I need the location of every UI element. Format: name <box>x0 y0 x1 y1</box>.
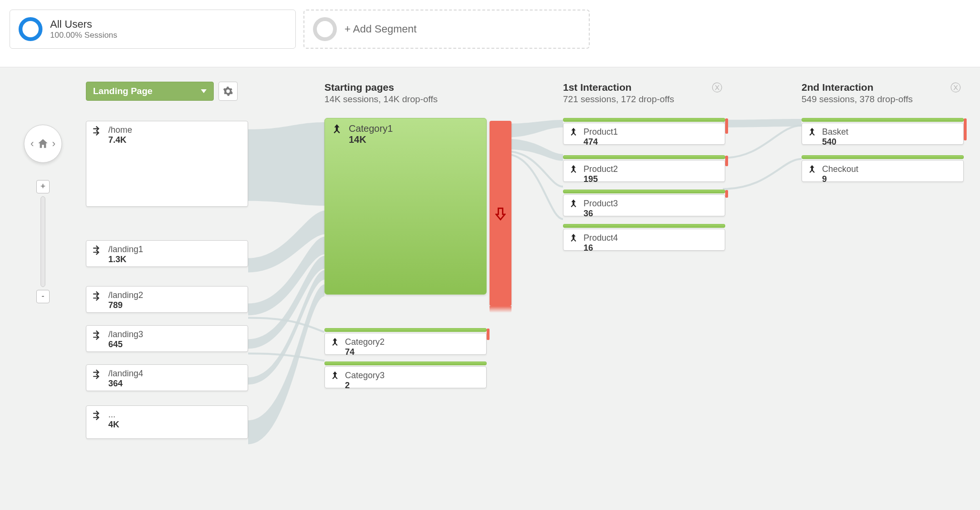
node-value: 16 <box>584 243 618 253</box>
segment-sub: 100.00% Sessions <box>50 31 117 40</box>
col-second: 2nd Interaction 549 sessions, 378 drop-o… <box>802 82 964 182</box>
col-header: Starting pages 14K sessions, 14K drop-of… <box>324 82 487 105</box>
node-name: Category3 <box>345 371 385 381</box>
entry-icon <box>91 125 104 138</box>
node-name: Category2 <box>345 337 385 347</box>
segment-bar: All Users 100.00% Sessions + Add Segment <box>0 0 980 58</box>
home-icon[interactable] <box>37 138 49 150</box>
zoom-track[interactable] <box>41 196 45 287</box>
segment-all-users[interactable]: All Users 100.00% Sessions <box>10 10 296 49</box>
entry-icon <box>91 244 104 257</box>
entry-icon <box>91 410 104 422</box>
node-name: Category1 <box>349 123 393 134</box>
segment-add[interactable]: + Add Segment <box>303 10 590 49</box>
nav-prev-icon[interactable]: ‹ <box>31 138 34 150</box>
second-node[interactable]: Basket 540 <box>802 118 964 145</box>
node-value: 7.4K <box>108 135 132 145</box>
node-value: 789 <box>108 300 143 310</box>
col-header: 2nd Interaction 549 sessions, 378 drop-o… <box>802 82 964 105</box>
merge-icon <box>568 233 579 244</box>
starting-node[interactable]: Category3 2 <box>324 361 487 388</box>
flow-canvas: ‹ › + - Landing Page /home <box>0 67 980 510</box>
dropoff-tab <box>487 329 490 340</box>
dropoff-arrow-icon <box>495 206 506 221</box>
dropoff-tab <box>725 190 728 198</box>
col-sub: 549 sessions, 378 drop-offs <box>802 94 964 105</box>
nav-next-icon[interactable]: › <box>52 138 55 150</box>
segment-add-label: + Add Segment <box>344 23 417 35</box>
landing-controls: Landing Page <box>86 82 248 101</box>
node-name: ... <box>108 410 119 420</box>
starting-node[interactable]: Category2 74 <box>324 328 487 355</box>
col-title: 2nd Interaction <box>802 82 964 93</box>
landing-node[interactable]: /landing3 645 <box>86 325 248 352</box>
dropoff-tab <box>964 118 967 140</box>
first-node[interactable]: Product3 36 <box>563 190 725 216</box>
col-sub: 14K sessions, 14K drop-offs <box>324 94 487 105</box>
col-starting: Starting pages 14K sessions, 14K drop-of… <box>324 82 487 388</box>
node-name: /home <box>108 125 132 135</box>
node-value: 474 <box>584 137 618 147</box>
node-name: /landing4 <box>108 369 143 379</box>
columns: Landing Page /home 7.4K /landing1 <box>86 82 980 510</box>
node-value: 14K <box>349 134 393 145</box>
col-title: 1st Interaction <box>563 82 725 93</box>
second-node[interactable]: Checkout 9 <box>802 155 964 182</box>
dropoff-tab <box>725 118 728 134</box>
settings-button[interactable] <box>219 82 238 101</box>
node-value: 36 <box>584 209 618 219</box>
zoom-out-button[interactable]: - <box>36 290 50 303</box>
col-landing: Landing Page /home 7.4K /landing1 <box>86 82 248 439</box>
caret-down-icon <box>201 89 207 93</box>
node-value: 4K <box>108 420 119 430</box>
segment-circle-icon <box>19 17 42 41</box>
nav-orb: ‹ › <box>24 125 62 163</box>
landing-node[interactable]: /landing4 364 <box>86 364 248 391</box>
close-column-icon[interactable]: ⓧ <box>950 83 961 93</box>
node-name: Product1 <box>584 127 618 137</box>
node-value: 9 <box>822 174 858 184</box>
landing-node[interactable]: /landing1 1.3K <box>86 240 248 267</box>
zoom-control: + - <box>36 180 50 303</box>
node-name: Checkout <box>822 164 858 174</box>
node-value: 195 <box>584 174 618 184</box>
entry-icon <box>91 369 104 381</box>
dropoff-bar-starting[interactable] <box>490 121 511 306</box>
landing-dimension-dropdown[interactable]: Landing Page <box>86 82 214 101</box>
segment-text: All Users 100.00% Sessions <box>50 18 117 40</box>
merge-icon <box>330 371 340 381</box>
close-column-icon[interactable]: ⓧ <box>712 83 722 93</box>
first-node[interactable]: Product4 16 <box>563 224 725 251</box>
landing-dd-label: Landing Page <box>93 86 153 96</box>
zoom-in-button[interactable]: + <box>36 180 50 193</box>
node-value: 1.3K <box>108 255 143 265</box>
entry-icon <box>91 329 104 342</box>
node-value: 645 <box>108 340 143 350</box>
entry-icon <box>91 290 104 303</box>
first-node[interactable]: Product2 195 <box>563 155 725 182</box>
node-name: Product3 <box>584 199 618 209</box>
node-name: Product2 <box>584 164 618 174</box>
node-name: Product4 <box>584 233 618 243</box>
node-value: 2 <box>345 381 385 391</box>
node-name: /landing3 <box>108 329 143 340</box>
landing-node-home[interactable]: /home 7.4K <box>86 121 248 207</box>
node-value: 74 <box>345 347 385 357</box>
col-header: 1st Interaction 721 sessions, 172 drop-o… <box>563 82 725 105</box>
segment-text: + Add Segment <box>344 23 417 35</box>
col-title: Starting pages <box>324 82 487 93</box>
merge-icon <box>568 199 579 209</box>
merge-icon <box>568 164 579 175</box>
landing-node-more[interactable]: ... 4K <box>86 405 248 439</box>
segment-title: All Users <box>50 18 117 31</box>
merge-icon <box>807 127 817 138</box>
segment-circle-icon <box>313 17 337 41</box>
node-name: Basket <box>822 127 848 137</box>
landing-node[interactable]: /landing2 789 <box>86 286 248 313</box>
first-node[interactable]: Product1 474 <box>563 118 725 145</box>
node-value: 364 <box>108 379 143 389</box>
merge-icon <box>330 337 340 348</box>
starting-node-category1[interactable]: Category1 14K <box>324 118 487 295</box>
gear-icon <box>223 86 233 96</box>
dropoff-tab <box>725 156 728 166</box>
